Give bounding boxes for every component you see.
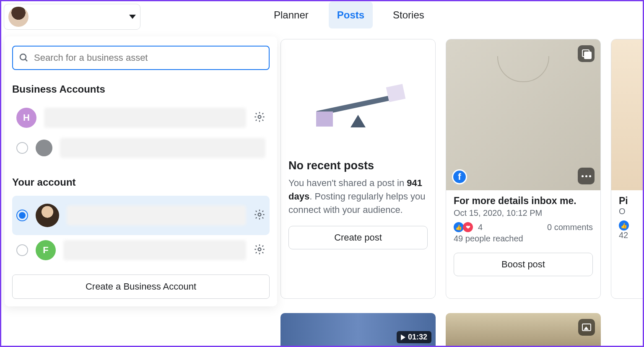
business-account-row[interactable]: H [12, 103, 270, 133]
search-icon [19, 53, 29, 63]
svg-point-3 [258, 213, 261, 216]
facebook-platform-badge: f [452, 169, 467, 184]
image-post-thumbnail[interactable] [446, 313, 601, 347]
no-posts-body: You haven't shared a post in 941 days. P… [288, 176, 428, 217]
profile-avatar [8, 7, 29, 27]
reach-count: 42 [619, 230, 644, 240]
post-date: O [619, 207, 644, 216]
svg-marker-5 [351, 115, 366, 127]
account-avatar-h: H [16, 108, 36, 128]
video-duration-badge: 01:32 [397, 331, 431, 343]
account-avatar-f: F [36, 240, 56, 260]
tab-planner[interactable]: Planner [265, 2, 317, 28]
image-type-badge [578, 319, 595, 336]
gear-icon [254, 111, 265, 123]
account-switcher-pill[interactable] [4, 4, 140, 30]
boost-post-button[interactable]: Boost post [454, 253, 593, 276]
account-switcher-dropdown: Business Accounts H Your account F Creat… [5, 36, 277, 306]
your-account-header: Your account [12, 176, 270, 188]
account-avatar-grey [36, 140, 52, 156]
post-reactions: 👍 ❤ 4 [454, 222, 483, 232]
radio-selected[interactable] [16, 210, 28, 221]
settings-gear-button[interactable] [254, 111, 265, 124]
account-name-redacted [67, 205, 246, 225]
comment-count: 0 comments [547, 223, 593, 232]
account-name-redacted [63, 240, 246, 260]
stack-icon [582, 49, 590, 58]
gear-icon [254, 209, 265, 220]
post-title: Pi [619, 195, 644, 207]
svg-point-0 [20, 54, 26, 60]
more-icon [582, 175, 591, 177]
love-icon: ❤ [463, 222, 473, 232]
chevron-down-icon [129, 15, 136, 19]
tab-posts[interactable]: Posts [329, 2, 373, 28]
search-input[interactable] [34, 52, 263, 63]
post-image: f [611, 39, 644, 190]
seesaw-illustration [281, 39, 435, 157]
post-card[interactable]: f For more details inbox me. Oct 15, 202… [446, 39, 601, 299]
account-name-redacted [60, 138, 265, 158]
svg-point-2 [258, 116, 261, 119]
post-image: f [446, 39, 600, 190]
no-posts-title: No recent posts [288, 159, 428, 172]
post-more-button[interactable] [578, 168, 595, 184]
gear-icon [254, 243, 265, 255]
reach-count: 49 people reached [454, 234, 593, 243]
svg-point-4 [258, 248, 261, 251]
reaction-count: 4 [478, 223, 483, 232]
your-account-row[interactable]: F [12, 235, 270, 265]
post-card-partial[interactable]: f Pi O 👍 42 [611, 39, 644, 299]
svg-rect-7 [316, 111, 333, 127]
svg-rect-8 [386, 84, 406, 102]
settings-gear-button[interactable] [254, 209, 265, 222]
post-date: Oct 15, 2020, 10:12 PM [454, 208, 593, 218]
business-accounts-header: Business Accounts [12, 83, 270, 95]
your-account-row-selected[interactable] [12, 196, 270, 235]
radio-unselected[interactable] [16, 244, 28, 256]
multi-image-badge [578, 45, 595, 62]
image-icon [582, 324, 591, 331]
create-post-button[interactable]: Create post [288, 226, 428, 249]
video-post-thumbnail[interactable]: 01:32 [280, 313, 436, 347]
play-icon [401, 334, 405, 340]
settings-gear-button[interactable] [254, 243, 265, 257]
post-title: For more details inbox me. [454, 195, 593, 207]
account-name-redacted [44, 108, 246, 128]
business-account-sub-row[interactable] [12, 133, 270, 163]
svg-line-1 [25, 59, 27, 61]
profile-avatar [36, 204, 59, 227]
radio-unselected[interactable] [16, 142, 28, 154]
tab-stories[interactable]: Stories [384, 2, 433, 28]
no-recent-posts-card: No recent posts You haven't shared a pos… [280, 39, 436, 299]
like-icon: 👍 [454, 222, 464, 232]
create-business-account-button[interactable]: Create a Business Account [12, 274, 270, 299]
search-box[interactable] [12, 46, 270, 70]
like-icon: 👍 [619, 220, 629, 230]
